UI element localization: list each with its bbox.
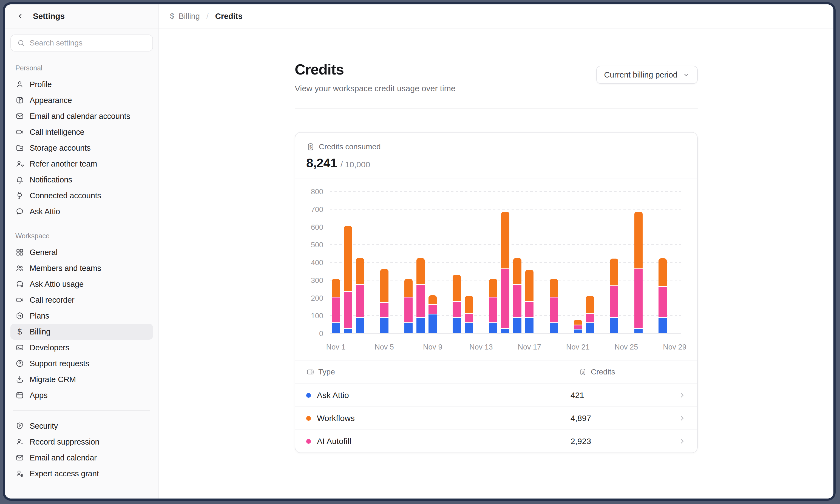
sidebar-item-ask-attio-usage[interactable]: Ask Attio usage <box>11 276 153 292</box>
bar-nov-24 <box>610 258 618 333</box>
segment-workflows <box>513 258 522 284</box>
segment-ai-autofill <box>610 286 618 317</box>
bar-nov-16 <box>513 258 522 333</box>
sidebar-item-members-and-teams[interactable]: Members and teams <box>11 260 153 276</box>
segment-workflows <box>404 279 413 296</box>
sidebar-item-plans[interactable]: Plans <box>11 308 153 324</box>
table-row-ai-autofill[interactable]: AI Autofill 2,923 <box>295 430 697 452</box>
segment-ai-autofill <box>513 285 522 317</box>
sidebar-item-label: Expert access grant <box>30 469 99 478</box>
table-row-workflows[interactable]: Workflows 4,897 <box>295 407 697 430</box>
sidebar-item-label: Notifications <box>30 175 72 184</box>
x-tick-nov-5: Nov 5 <box>374 343 394 352</box>
sidebar-item-appearance[interactable]: Appearance <box>11 92 153 108</box>
sidebar-item-migrate-crm[interactable]: Migrate CRM <box>11 372 153 387</box>
credits-card: $ Credits consumed 8,241 / 10,000 010020… <box>295 132 698 453</box>
sidebar-item-storage-accounts[interactable]: Storage accounts <box>11 140 153 156</box>
segment-ai-autofill <box>574 325 582 329</box>
sidebar-item-apps[interactable]: Apps <box>11 387 153 403</box>
segment-ask-attio <box>659 318 667 333</box>
sidebar-item-security[interactable]: Security <box>11 418 153 434</box>
sidebar-item-support-requests[interactable]: Support requests <box>11 356 153 372</box>
sidebar-item-ask-attio[interactable]: Ask Attio <box>11 203 153 219</box>
segment-workflows <box>586 296 594 313</box>
segment-ask-attio <box>513 318 522 333</box>
search-input[interactable] <box>30 39 146 48</box>
y-axis-labels: 0100200300400500600700800 <box>306 192 330 334</box>
sidebar-item-notifications[interactable]: Notifications <box>11 172 153 187</box>
x-tick-nov-9: Nov 9 <box>423 343 442 352</box>
sidebar-item-label: Members and teams <box>30 264 101 273</box>
app-window: Settings Personal Profile Appearance Ema… <box>3 2 836 501</box>
apps-icon <box>15 391 24 400</box>
gridline-700 <box>330 209 681 210</box>
type-column-header: Type <box>318 367 335 376</box>
sidebar-item-general[interactable]: General <box>11 244 153 260</box>
sidebar-title: Settings <box>33 12 65 21</box>
table-row-ask-attio[interactable]: Ask Attio 421 <box>295 383 697 407</box>
settings-sidebar: Settings Personal Profile Appearance Ema… <box>5 4 159 499</box>
sidebar-item-email-and-calendar-accounts[interactable]: Email and calendar accounts <box>11 108 153 124</box>
sidebar-item-email-and-calendar[interactable]: Email and calendar <box>11 450 153 466</box>
sidebar-item-call-recorder[interactable]: Call recorder <box>11 292 153 308</box>
segment-ask-attio <box>489 323 497 333</box>
bar-nov-1 <box>332 279 340 333</box>
segment-workflows <box>525 270 533 301</box>
billing-icon: $ <box>15 327 24 336</box>
sidebar-item-billing[interactable]: $ Billing <box>11 324 153 340</box>
sidebar-item-objects[interactable]: Objects <box>11 496 153 499</box>
credits-consumed-label: Credits consumed <box>319 142 381 151</box>
support-icon <box>15 359 24 368</box>
bar-nov-2 <box>344 226 352 333</box>
bar-nov-19 <box>550 279 558 333</box>
breadcrumb-parent[interactable]: Billing <box>179 12 200 21</box>
segment-ai-autofill <box>501 269 509 328</box>
segment-ask-attio <box>428 314 437 333</box>
segment-ai-autofill <box>344 292 352 328</box>
bar-nov-22 <box>586 296 594 333</box>
bar-nov-28 <box>659 258 667 333</box>
chevron-right-icon <box>678 414 686 422</box>
y-tick-600: 600 <box>311 223 323 232</box>
settings-search[interactable] <box>11 35 153 52</box>
segment-ask-attio <box>465 323 473 333</box>
sidebar-item-label: Developers <box>30 343 69 352</box>
row-type-label: AI Autofill <box>317 437 351 446</box>
sidebar-item-record-suppression[interactable]: Record suppression <box>11 434 153 450</box>
back-button[interactable] <box>15 11 25 21</box>
x-tick-nov-21: Nov 21 <box>566 343 590 352</box>
sidebar-item-developers[interactable]: Developers <box>11 340 153 356</box>
sidebar-item-expert-access-grant[interactable]: Expert access grant <box>11 466 153 482</box>
call-intelligence-icon <box>15 128 24 137</box>
segment-ask-attio <box>332 323 340 333</box>
sidebar-item-call-intelligence[interactable]: Call intelligence <box>11 124 153 140</box>
sidebar-item-refer-another-team[interactable]: Refer another team <box>11 156 153 172</box>
plans-icon <box>15 311 24 320</box>
bar-nov-11 <box>453 275 461 333</box>
y-tick-300: 300 <box>311 276 323 285</box>
segment-ai-autofill <box>453 302 461 317</box>
sidebar-item-connected-accounts[interactable]: Connected accounts <box>11 187 153 203</box>
credits-breakdown-table: Type $ Credits Ask Attio 421 <box>295 360 697 452</box>
chevron-right-icon <box>678 437 686 445</box>
sidebar-item-label: Plans <box>30 311 49 321</box>
segment-ai-autofill <box>356 285 364 317</box>
sidebar-item-label: Email and calendar accounts <box>30 112 130 121</box>
chevron-right-icon <box>678 391 686 399</box>
chevron-down-icon <box>682 71 690 78</box>
segment-ask-attio <box>404 323 413 333</box>
ask-usage-icon <box>15 280 24 288</box>
record-suppression-icon <box>15 437 24 446</box>
sidebar-item-profile[interactable]: Profile <box>11 76 153 92</box>
call-recorder-icon <box>15 295 24 304</box>
bar-nov-7 <box>404 279 413 333</box>
breadcrumb: $ Billing / Credits <box>159 4 834 29</box>
billing-period-dropdown[interactable]: Current billing period <box>596 66 698 84</box>
segment-workflows <box>453 275 461 301</box>
segment-workflows <box>465 296 473 313</box>
segment-ai-autofill <box>586 313 594 322</box>
y-tick-0: 0 <box>319 329 323 338</box>
segment-ai-autofill <box>332 298 340 322</box>
search-icon <box>17 39 25 47</box>
segment-ai-autofill <box>634 269 643 328</box>
